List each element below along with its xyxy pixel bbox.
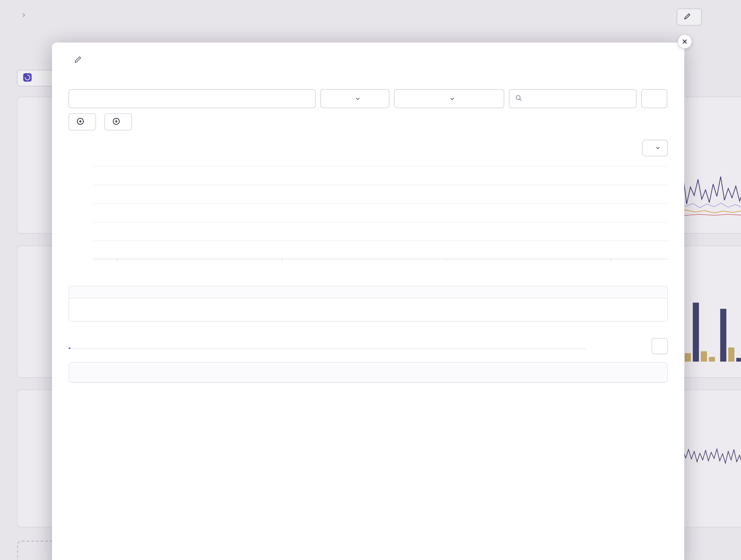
summary-header-row <box>69 286 667 299</box>
x-tick-mark <box>117 259 118 261</box>
chevron-down-icon <box>355 95 360 103</box>
series-dot <box>78 302 82 306</box>
add-equation-button[interactable] <box>104 113 132 130</box>
close-modal-button[interactable] <box>678 34 692 49</box>
x-axis-line <box>93 259 668 259</box>
metric-query-input[interactable] <box>69 89 316 108</box>
chart-summary-table <box>69 286 668 322</box>
search-icon <box>515 94 522 103</box>
summary-row-de[interactable] <box>69 310 667 321</box>
app <box>0 0 741 560</box>
metrics-line-chart[interactable] <box>69 162 668 275</box>
filter-by-tags-input[interactable] <box>509 89 637 108</box>
visualization-dropdown[interactable] <box>642 140 668 156</box>
tab-code-location[interactable] <box>80 340 82 348</box>
x-tick-mark <box>446 259 447 261</box>
x-tick-mark <box>282 259 282 261</box>
plus-circle-icon <box>76 117 84 126</box>
filter-tags-field[interactable] <box>526 95 630 102</box>
plus-circle-icon <box>113 117 120 126</box>
chevron-down-icon <box>449 95 455 103</box>
metric-details-modal <box>52 43 684 560</box>
more-options-button[interactable] <box>641 89 667 108</box>
tabs <box>69 340 586 349</box>
chart-plot <box>93 166 668 259</box>
edit-title-button[interactable] <box>74 56 82 63</box>
aggregate-dropdown[interactable] <box>320 89 390 108</box>
x-tick-mark <box>611 259 611 261</box>
summary-row-prod[interactable] <box>69 299 667 310</box>
add-metric-button[interactable] <box>69 113 96 130</box>
samples-header-row <box>69 363 667 382</box>
open-in-traces-button[interactable] <box>652 338 668 354</box>
group-by-dropdown[interactable] <box>394 89 504 108</box>
series-dot <box>78 314 82 317</box>
chevron-down-icon <box>655 144 661 152</box>
tab-span-samples[interactable] <box>69 340 70 348</box>
span-samples-table <box>69 362 668 383</box>
